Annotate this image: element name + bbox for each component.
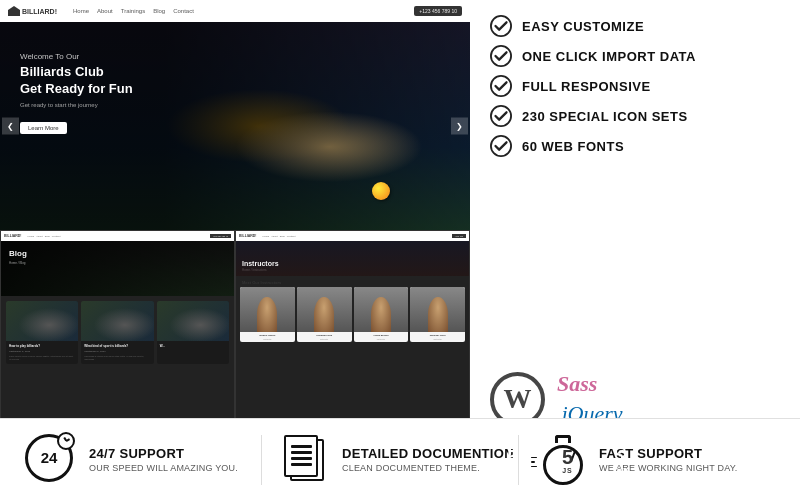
svg-point-0 [491,16,511,36]
inst-card-3: Adam Brown Instructor [354,287,409,342]
feature-fonts-label: 60 WEB FONTS [522,139,624,154]
blog-card-2: What kind of sport is billiards? Septemb… [81,301,153,364]
blog-nav: BILLIARD! Home About Blog Contact +123 4… [1,231,234,241]
blog-card-1: How to play billiards? September 5, 2022… [6,301,78,364]
blog-card-2-image [81,301,153,341]
inst-card-2: Collagen Doe Instructor [297,287,352,342]
support-24-subtitle: OUR SPEED WILL AMAZING YOU. [89,463,238,473]
inst-logo: BILLIARD! [239,234,257,238]
inst-card-4-photo [410,287,465,332]
hero-nav-phone: +123 456 789 10 [414,6,462,16]
blog-nav-links: Home About Blog Contact [28,235,61,238]
blog-card-3-image [157,301,229,341]
check-icon-2 [490,45,512,67]
blog-card-2-body: What kind of sport is billiards? Septemb… [81,341,153,364]
blog-card-2-title: What kind of sport is billiards? [84,344,150,348]
blog-card-3-body: W... [157,341,229,353]
blog-card-1-date: September 5, 2022 [9,350,75,353]
hero-learn-more-button[interactable]: Learn More [20,122,67,134]
inst-card-1-photo [240,287,295,332]
html5-number: 5 [507,447,518,467]
inst-card-2-photo [297,287,352,332]
blog-card-2-text: Malesuada in ultricies odio mauris vitae… [84,355,150,361]
hero-screenshot: BILLIARD! Home About Trainings Blog Cont… [0,0,470,230]
docs-subtitle: CLEAN DOCUMENTED THEME. [342,463,514,473]
inst-card-3-photo [354,287,409,332]
bottom-bar: 24 24/7 SUPPORT OUR SPEED WILL AMAZING Y… [0,418,800,500]
docs-title: DETAILED DOCUMENTION [342,446,514,461]
blog-breadcrumb: Home / Blog [9,261,26,265]
hero-text-overlay: Welcome To Our Billiards ClubGet Ready f… [20,52,133,134]
inst-card-1: Robert Harris Instructor [240,287,295,342]
check-icon-4 [490,105,512,127]
blog-cards: How to play billiards? September 5, 2022… [1,296,234,369]
svg-point-2 [491,76,511,96]
inst-card-1-role: Instructor [240,338,295,342]
hero-next-arrow[interactable]: ❯ [451,118,468,135]
blog-card-3-title: W... [160,344,226,348]
support-24-item: 24 24/7 SUPPORT OUR SPEED WILL AMAZING Y… [25,434,261,486]
feature-easy-customize-label: EASY CUSTOMIZE [522,19,644,34]
feature-icons-label: 230 SPECIAL ICON SETS [522,109,688,124]
hero-subtitle: Get ready to start the journey [20,102,133,108]
feature-icons: 230 SPECIAL ICON SETS [490,105,780,127]
features-list: EASY CUSTOMIZE ONE CLICK IMPORT DATA [490,15,780,165]
inst-meet-title: Meet Our Instructors [236,276,469,287]
blog-logo: BILLIARD! [4,234,22,238]
inst-nav-links: Home About Blog Contact [263,235,296,238]
inst-card-4: Michael John Instructor [410,287,465,342]
hero-welcome: Welcome To Our [20,52,133,61]
svg-point-4 [491,136,511,156]
feature-one-click-label: ONE CLICK IMPORT DATA [522,49,696,64]
check-icon-1 [490,15,512,37]
feature-fonts: 60 WEB FONTS [490,135,780,157]
support-24-text: 24/7 SUPPORT OUR SPEED WILL AMAZING YOU. [89,446,238,473]
docs-text: DETAILED DOCUMENTION CLEAN DOCUMENTED TH… [342,446,514,473]
hero-prev-arrow[interactable]: ❮ [2,118,19,135]
docs-item: DETAILED DOCUMENTION CLEAN DOCUMENTED TH… [262,435,518,485]
hero-content: Welcome To Our Billiards ClubGet Ready f… [0,22,470,230]
support-24-icon: 24 [25,434,77,486]
inst-hero-bg [236,241,469,276]
inst-card-3-role: Instructor [354,338,409,342]
hero-nav-links: Home About Trainings Blog Contact [73,8,194,14]
hero-title: Billiards ClubGet Ready for Fun [20,64,133,98]
hero-nav-logo: BILLIARD! [8,6,57,16]
blog-card-1-body: How to play billiards? September 5, 2022… [6,341,78,364]
css3-number: 3 [617,447,628,467]
svg-point-1 [491,46,511,66]
feature-responsive: FULL RESPONSIVE [490,75,780,97]
fast-support-item: FAST SUPPORT WE ARE WORKING NIGHT DAY. [519,435,775,485]
js5-text: JS [562,467,573,474]
inst-phone: +123 456 [452,234,466,238]
feature-one-click: ONE CLICK IMPORT DATA [490,45,780,67]
sass-logo: Sass [557,371,623,397]
inst-cards: Robert Harris Instructor Collagen Doe In… [236,287,469,342]
billiard-logo-icon [8,6,20,16]
blog-section-title: Blog [9,249,27,258]
check-icon-3 [490,75,512,97]
inst-card-2-role: Instructor [297,338,352,342]
support-24-title: 24/7 SUPPORT [89,446,238,461]
css3-text: CSS [614,467,631,474]
html5-text: HTML [501,467,524,474]
billiard-ball [372,182,390,200]
inst-hero-section: Instructors Home / Instructors [236,241,469,276]
blog-card-1-title: How to play billiards? [9,344,75,348]
blog-card-2-date: September 5, 2022 [84,350,150,353]
inst-nav: BILLIARD! Home About Blog Contact +123 4… [236,231,469,241]
feature-responsive-label: FULL RESPONSIVE [522,79,651,94]
document-icon [282,435,330,485]
blog-card-1-text: Fusce lobortis lorem at ipsum semper sag… [9,355,75,361]
hero-nav: BILLIARD! Home About Trainings Blog Cont… [0,0,470,22]
check-icon-5 [490,135,512,157]
wordpress-letter: W [504,383,532,415]
feature-easy-customize: EASY CUSTOMIZE [490,15,780,37]
blog-hero-section: Blog Home / Blog [1,241,234,296]
blog-card-3: W... [157,301,229,364]
js5-number: 5 [562,447,573,467]
blog-card-1-image [6,301,78,341]
blog-hero-overlay [1,241,234,296]
inst-section-title: Instructors [242,260,279,267]
inst-card-4-role: Instructor [410,338,465,342]
